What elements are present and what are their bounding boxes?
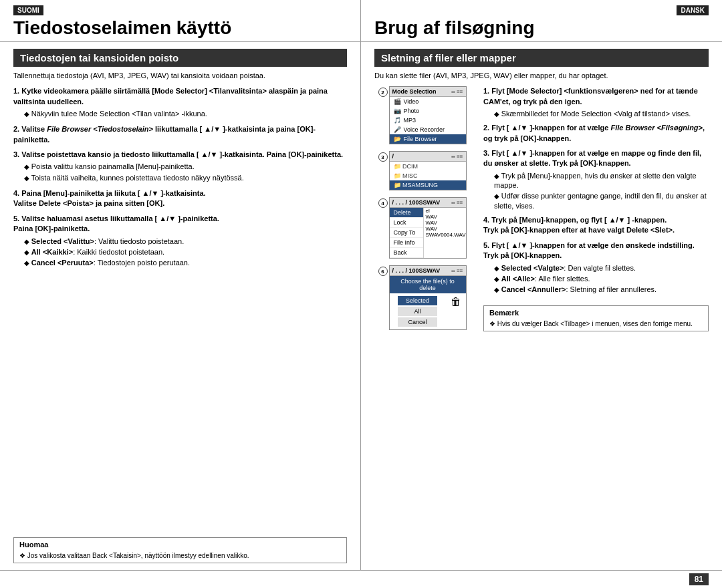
screen6-icons: ▪▪ ≡≡ [451,268,463,274]
step5-num: 5. [13,214,21,223]
mp3-icon [394,117,401,124]
screen3-header: / ▪▪ ≡≡ [390,152,466,162]
screen-6: / . . . / 100SSWAV ▪▪ ≡≡ Choose the file… [389,265,467,330]
screen-block-6: 6 / . . . / 100SSWAV ▪▪ ≡≡ Choose the fi… [380,265,467,330]
page: SUOMI Tiedostoselaimen käyttö DANSK Brug… [0,0,722,588]
screen6-title: / . . . / 100SSWAV [392,267,441,274]
main-content: Tiedostojen tai kansioiden poisto Tallen… [0,42,722,570]
menu-delete: Delete [390,208,424,218]
rstep2-num: 2. [483,124,491,132]
rstep1-text: Flyt [Mode Selector] <funktionsvælgeren>… [483,87,698,105]
btn-selected[interactable]: Selected [398,296,437,305]
screen-num-3: 3 [378,152,388,162]
left-note-box: Huomaa Jos valikosta valitaan Back <Taka… [13,537,347,563]
step1-num: 1. [13,87,21,95]
left-main-title: Tiedostoselaimen käyttö [13,18,347,39]
screen4-files: el WAV WAV WAV SWAV0004.WAV [424,208,465,258]
step5-bullet3: Cancel <Peruuta>: Tiedostojen poisto per… [24,258,347,267]
screen2-mp3: MP3 [390,116,466,125]
screen6-content: Selected All Cancel 🗑 [390,293,466,329]
left-section-heading: Tiedostojen tai kansioiden poisto [13,49,347,67]
rstep4-num: 4. [483,216,491,224]
right-intro: Du kan slette filer (AVI, MP3, JPEG, WAV… [374,71,709,81]
file-wav4: SWAV0004.WAV [425,232,465,238]
step1-bullet1: Näkyviin tulee Mode Selection <Tilan val… [24,109,347,118]
footer: 81 [0,570,722,588]
step4-text: Paina [Menu]-painiketta ja liikuta [ ▲/▼… [13,189,206,207]
step5-bullet1: Selected <Valittu>: Valittu tiedosto poi… [24,237,347,246]
btn-cancel[interactable]: Cancel [398,317,437,327]
left-step-1: 1. Kytke videokamera päälle siirtämällä … [13,86,347,120]
screen6-prompt: Choose the file(s) to delete [390,276,466,293]
screen4-menu: Delete Lock Copy To File Info Back [390,208,425,258]
step3-bullets: Poista valittu kansio painamalla [Menu]-… [24,162,347,182]
video-icon [394,98,401,105]
screen3-title: / [392,153,394,160]
rstep5-bullet3: Cancel <Annuller>: Sletning af filer ann… [494,285,709,294]
rstep3-bullets: Tryk på [Menu]-knappen, hvis du ønsker a… [494,171,709,210]
header-left: SUOMI Tiedostoselaimen käyttö [0,0,361,41]
step1-bullets: Näkyviin tulee Mode Selection <Tilan val… [24,109,347,118]
screen-num-2: 2 [378,88,388,97]
rstep3-num: 3. [483,149,491,157]
screen2-icons: ▪▪ ≡≡ [451,89,463,95]
screen-num-6: 6 [378,267,388,276]
screen-block-2: 2 Mode Selection ▪▪ ≡≡ Video Photo MP3 [380,86,467,144]
step2-text: Valitse File Browser <Tiedostoselain> li… [13,125,316,143]
screen6-trash: 🗑 [446,293,466,329]
rstep5-bullets: Selected <Valgte>: Den valgte fil slette… [494,263,709,295]
screen6-options: Selected All Cancel [390,293,446,329]
menu-back: Back [390,248,424,258]
rstep5-num: 5. [483,241,491,249]
trash-icon: 🗑 [446,293,466,311]
left-step-2: 2. Valitse File Browser <Tiedostoselain>… [13,124,347,145]
step5-bullet2: All <Kaikki>: Kaikki tiedostot poistetaa… [24,247,347,257]
left-step-5: 5. Valitse haluamasi asetus liikuttamall… [13,214,347,269]
left-step-4: 4. Paina [Menu]-painiketta ja liikuta [ … [13,188,347,209]
screen-4: / . . . / 100SSWAV ▪▪ ≡≡ Delete Lock Cop… [389,197,467,259]
file-wav1: WAV [425,214,465,220]
right-step-1: 1. Flyt [Mode Selector] <funktionsvælger… [483,86,709,118]
screen-block-3: 3 / ▪▪ ≡≡ 📁 DCIM 📁 MISC 📁 MSAMSUNG [380,151,467,190]
left-column: Tiedostojen tai kansioiden poisto Tallen… [0,42,361,570]
screen2-photo: Photo [390,106,466,116]
lang-badge-right: DANSK [677,5,709,15]
step2-num: 2. [13,125,21,133]
right-step-2: 2. Flyt [ ▲/▼ ]-knappen for at vælge Fil… [483,123,709,144]
right-note-title: Bemærk [489,309,703,317]
rstep1-bullets: Skærmbilledet for Mode Selection <Valg a… [494,109,709,118]
lang-badge-left: SUOMI [13,5,43,15]
right-step-5: 5. Flyt [ ▲/▼ ]-knappen for at vælge den… [483,241,709,295]
left-intro: Tallennettuja tiedostoja (AVI, MP3, JPEG… [13,71,347,81]
screen4-title: / . . . / 100SSWAV [392,199,441,206]
menu-fileinfo: File Info [390,238,424,248]
right-text-area: 1. Flyt [Mode Selector] <funktionsvælger… [477,86,709,563]
rstep5-bullet1: Selected <Valgte>: Den valgte fil slette… [494,263,709,273]
right-column: Sletning af filer eller mapper Du kan sl… [361,42,722,570]
screens-column: 2 Mode Selection ▪▪ ≡≡ Video Photo MP3 [374,86,471,563]
header-right: DANSK Brug af filsøgning [361,0,722,41]
screen2-header: Mode Selection ▪▪ ≡≡ [390,87,466,97]
screen4-icons: ▪▪ ≡≡ [451,200,463,206]
btn-all[interactable]: All [398,307,437,316]
screen2-title: Mode Selection [392,88,437,95]
step3-bullet2: Toista näitä vaiheita, kunnes poistettav… [24,173,347,182]
right-step-3: 3. Flyt [ ▲/▼ ]-knappen for at vælge en … [483,148,709,210]
screen3-dcim: 📁 DCIM [390,162,466,171]
files-icon [394,136,401,142]
right-note-box: Bemærk Hvis du vælger Back <Tilbage> i m… [483,305,709,331]
left-note-text: Jos valikosta valitaan Back <Takaisin>, … [19,551,341,560]
rstep1-bullet1: Skærmbilledet for Mode Selection <Valg a… [494,109,709,118]
screen2-voice: Voice Recorder [390,125,466,134]
screen-3: / ▪▪ ≡≡ 📁 DCIM 📁 MISC 📁 MSAMSUNG [389,151,467,190]
menu-copyto: Copy To [390,228,424,238]
screen6-header: / . . . / 100SSWAV ▪▪ ≡≡ [390,266,466,276]
screen3-misc: 📁 MISC [390,171,466,180]
screen4-content: Delete Lock Copy To File Info Back el WA… [390,208,466,258]
file-wav3: WAV [425,226,465,232]
screen4-header: / . . . / 100SSWAV ▪▪ ≡≡ [390,198,466,208]
left-step-3: 3. Valitse poistettava kansio ja tiedost… [13,150,347,184]
right-note-text: Hvis du vælger Back <Tilbage> i menuen, … [489,319,703,328]
right-section-heading: Sletning af filer eller mapper [374,49,709,67]
step5-text: Valitse haluamasi asetus liikuttamalla [… [13,214,219,233]
